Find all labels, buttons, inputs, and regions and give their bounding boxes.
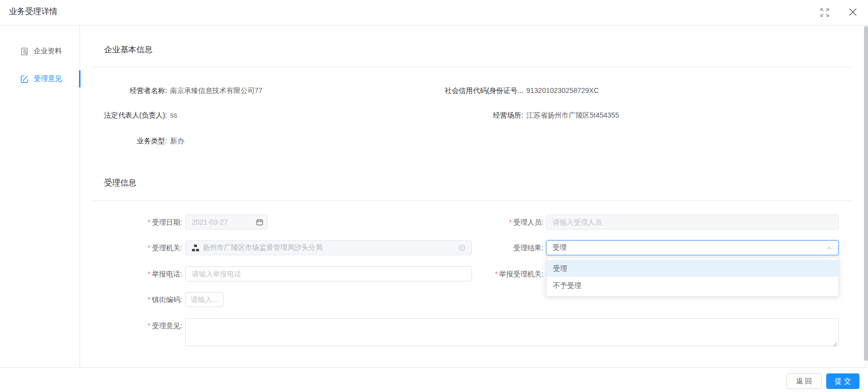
section-title-acceptance-info: 受理信息: [104, 178, 136, 188]
dropdown-option-reject[interactable]: 不予受理: [546, 277, 838, 294]
street-code-input[interactable]: [185, 292, 223, 307]
submit-button[interactable]: 提交: [826, 373, 859, 389]
accept-person-label: *受理人员:: [462, 215, 543, 230]
accept-opinion-label: *受理意见:: [93, 318, 182, 333]
scrollbar[interactable]: [864, 26, 868, 367]
dropdown-option-accept[interactable]: 受理: [546, 260, 838, 277]
operator-name-label: 经营者名称:: [93, 86, 167, 94]
business-acceptance-detail-modal: 业务受理详情 企业资: [0, 0, 868, 392]
divider: [93, 200, 852, 201]
modal-header: 业务受理详情: [0, 0, 868, 26]
credit-code-label: 社会信用代码(身份证号...: [428, 86, 523, 94]
chevron-up-icon: [826, 245, 832, 251]
required-marker: *: [148, 296, 150, 304]
sidebar-item-acceptance-opinion[interactable]: 受理意见: [0, 70, 80, 87]
required-marker: *: [148, 218, 150, 226]
operator-name-value: 南京承臻信息技术有限公司77: [170, 86, 263, 94]
sidebar-item-enterprise-info[interactable]: 企业资料: [0, 43, 80, 60]
business-place-value: 江苏省扬州市广陵区5t454355: [526, 111, 619, 119]
accept-org-field[interactable]: 扬州市广陵区市场监督管理局沙头分局: [185, 240, 472, 255]
sidebar-item-label: 受理意见: [34, 74, 62, 83]
section-title-basic-info: 企业基本信息: [104, 45, 152, 55]
document-search-icon: [20, 47, 29, 56]
accept-result-select[interactable]: 受理: [546, 240, 839, 255]
modal-footer: 返回 提交: [0, 367, 868, 392]
close-icon[interactable]: [848, 8, 857, 17]
required-marker: *: [495, 270, 498, 278]
legal-person-label: 法定代表人(负责人):: [93, 111, 167, 119]
modal-title: 业务受理详情: [9, 7, 57, 17]
accept-org-label: *受理机关:: [93, 240, 182, 255]
business-place-label: 经营场所:: [428, 111, 523, 119]
accept-result-dropdown: 受理 不予受理: [546, 257, 839, 297]
edit-icon: [20, 75, 29, 83]
back-button[interactable]: 返回: [786, 373, 822, 389]
divider: [93, 67, 852, 67]
business-type-label: 业务类型:: [93, 137, 167, 145]
organization-icon: [192, 244, 199, 252]
scrollbar-thumb[interactable]: [864, 26, 868, 361]
report-org-label: *举报受理机关:: [462, 266, 543, 281]
accept-date-input[interactable]: [185, 215, 268, 230]
report-phone-input[interactable]: [185, 266, 472, 281]
accept-result-label: 受理结果:: [462, 240, 543, 255]
required-marker: *: [509, 218, 512, 226]
accept-result-value: 受理: [553, 243, 826, 252]
accept-org-value: 扬州市广陵区市场监督管理局沙头分局: [203, 243, 458, 252]
fullscreen-icon[interactable]: [820, 8, 829, 17]
accept-date-field[interactable]: [185, 215, 268, 230]
calendar-icon[interactable]: [256, 219, 263, 228]
modal-body: 企业基本信息 经营者名称: 南京承臻信息技术有限公司77 社会信用代码(身份证号…: [81, 26, 868, 367]
credit-code-value: 9132010230258729XC: [526, 86, 599, 94]
sidebar-item-label: 企业资料: [34, 47, 62, 56]
required-marker: *: [148, 270, 150, 278]
report-phone-label: *举报电话:: [93, 266, 182, 281]
accept-opinion-textarea[interactable]: [185, 318, 839, 346]
required-marker: *: [148, 322, 150, 330]
accept-date-label: *受理日期:: [93, 215, 182, 230]
business-type-value: 新办: [170, 137, 184, 145]
street-code-label: *镇街编码:: [93, 292, 182, 307]
sidebar: 企业资料 受理意见: [0, 26, 80, 367]
required-marker: *: [148, 244, 150, 252]
accept-person-input[interactable]: [546, 215, 839, 230]
legal-person-value: ss: [170, 111, 177, 119]
